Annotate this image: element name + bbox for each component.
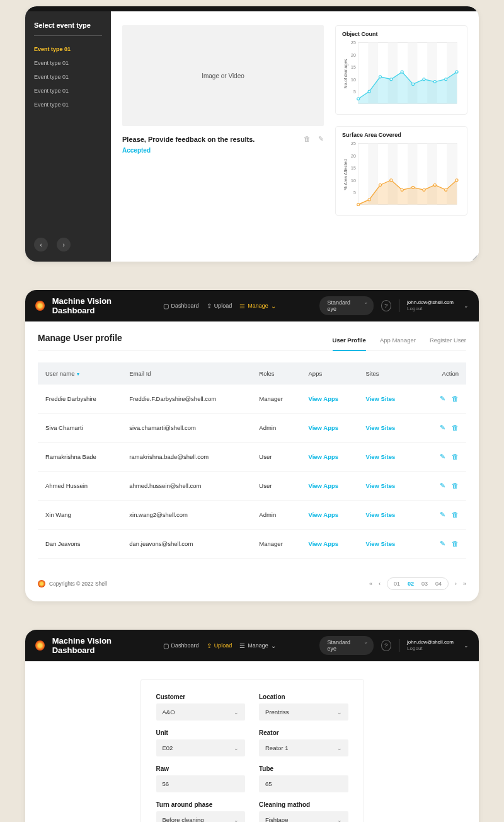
camera-select[interactable]: Standard eye [319,636,373,655]
user-menu-caret-icon[interactable]: ⌄ [464,642,469,649]
view-sites-link[interactable]: View Sites [365,511,395,518]
shell-logo-icon [35,640,45,651]
nav-upload[interactable]: ⇪Upload [207,303,232,310]
label-tube: Tube [259,765,348,772]
tab-app-manager[interactable]: App Manager [380,337,416,351]
prev-button[interactable]: ‹ [34,238,48,252]
help-button[interactable]: ? [381,300,392,311]
tab-user-profile[interactable]: User Profile [333,337,366,351]
cell-apps: View Apps [301,443,358,472]
edit-icon[interactable]: ✎ [440,482,445,489]
view-apps-link[interactable]: View Apps [309,540,339,547]
app-title: Machine Vision Dashboard [52,296,148,315]
location-select[interactable]: Prentriss [259,703,348,721]
raw-input[interactable]: 56 [156,775,246,792]
cell-apps: View Apps [301,414,358,443]
user-menu-caret-icon[interactable]: ⌄ [464,303,469,309]
svg-text:15: 15 [351,65,356,69]
unit-select[interactable]: E02 [156,739,246,756]
svg-point-34 [368,199,370,201]
table-row: Xin Wangxin.wang2@shell.comAdminView App… [38,501,466,530]
view-apps-link[interactable]: View Apps [309,511,339,518]
svg-text:10: 10 [351,78,356,82]
event-item[interactable]: Event type 01 [34,98,102,112]
upload-form: CustomerA&O LocationPrentriss UnitE02 Re… [140,679,364,822]
view-sites-link[interactable]: View Sites [365,424,395,431]
svg-text:25: 25 [351,40,356,45]
view-sites-link[interactable]: View Sites [365,453,395,460]
svg-point-12 [368,90,370,93]
view-sites-link[interactable]: View Sites [365,540,395,547]
phase-select[interactable]: Before cleaning [156,811,246,822]
svg-point-16 [412,83,415,85]
edit-icon[interactable]: ✎ [440,453,445,460]
view-apps-link[interactable]: View Apps [309,482,339,489]
next-button[interactable]: › [57,238,71,252]
method-select[interactable]: Fishtape [259,811,348,822]
svg-text:% Area Affected: % Area Affected [343,159,348,190]
delete-icon[interactable]: 🗑 [452,511,459,518]
page-next[interactable]: › [455,581,457,587]
customer-select[interactable]: A&O [156,703,246,721]
svg-point-37 [401,188,403,191]
delete-icon[interactable]: 🗑 [452,540,459,547]
edit-icon[interactable]: ✎ [318,135,324,143]
page-number[interactable]: 03 [421,581,428,587]
edit-icon[interactable]: ✎ [440,395,445,402]
page-last[interactable]: » [463,581,466,587]
event-item[interactable]: Event type 01 [34,70,102,84]
page-prev[interactable]: ‹ [379,581,381,587]
view-sites-link[interactable]: View Sites [365,482,395,489]
nav-dashboard-label: Dashboard [171,642,199,649]
app-header: Machine Vision Dashboard ▢Dashboard ⇪Upl… [25,630,479,661]
nav-dashboard[interactable]: ▢Dashboard [163,642,199,649]
delete-icon[interactable]: 🗑 [452,482,459,489]
delete-icon[interactable]: 🗑 [304,135,311,143]
column-header: Sites [358,362,415,385]
delete-icon[interactable]: 🗑 [452,395,459,402]
logout-link[interactable]: Logout [407,645,454,652]
reator-select[interactable]: Reator 1 [259,739,348,756]
nav-manage[interactable]: ☰Manage⌄ [239,303,276,310]
tube-input[interactable]: 65 [259,775,348,792]
header-user-email: john.dow@shell.com [407,639,454,645]
filter-icon[interactable]: ▾ [77,371,79,377]
page-first[interactable]: « [369,581,372,587]
page-number[interactable]: 02 [408,581,414,587]
cell-sites: View Sites [358,501,415,530]
resize-handle-icon[interactable]: ◢ [472,253,478,260]
shell-logo-icon [35,301,45,311]
view-sites-link[interactable]: View Sites [365,395,395,402]
event-item[interactable]: Event type 01 [34,42,102,56]
view-apps-link[interactable]: View Apps [309,424,339,431]
logout-link[interactable]: Logout [407,306,454,312]
svg-point-36 [390,179,392,182]
column-header[interactable]: User name▾ [38,362,122,385]
delete-icon[interactable]: 🗑 [452,453,459,460]
nav-dashboard[interactable]: ▢Dashboard [163,303,199,310]
nav-upload[interactable]: ⇪Upload [207,642,232,649]
event-item[interactable]: Event type 01 [34,56,102,70]
edit-icon[interactable]: ✎ [440,424,445,431]
delete-icon[interactable]: 🗑 [452,424,459,431]
nav-manage[interactable]: ☰Manage⌄ [239,642,276,649]
view-apps-link[interactable]: View Apps [309,395,339,402]
table-row: Ramakrishna Baderamakrishna.bade@shell.c… [38,443,466,472]
svg-point-13 [379,76,381,78]
edit-icon[interactable]: ✎ [440,540,445,547]
camera-select[interactable]: Standard eye [319,296,373,315]
cell-username: Siva Chamarti [38,414,122,443]
view-apps-link[interactable]: View Apps [309,453,339,460]
page-number[interactable]: 04 [435,581,442,587]
cell-role: Admin [251,501,301,530]
tab-register-user[interactable]: Register User [430,337,466,351]
cell-email: Freddie.F.Darbyshire@shell.com [122,385,251,414]
edit-icon[interactable]: ✎ [440,511,445,518]
table-row: Dan Jeavonsdan.jeavons@shell.comManagerV… [38,530,466,559]
upload-icon: ⇪ [207,303,212,310]
svg-text:15: 15 [351,166,356,170]
svg-point-20 [455,71,458,73]
help-button[interactable]: ? [381,640,392,651]
event-item[interactable]: Event type 01 [34,84,102,98]
page-number[interactable]: 01 [394,581,400,587]
